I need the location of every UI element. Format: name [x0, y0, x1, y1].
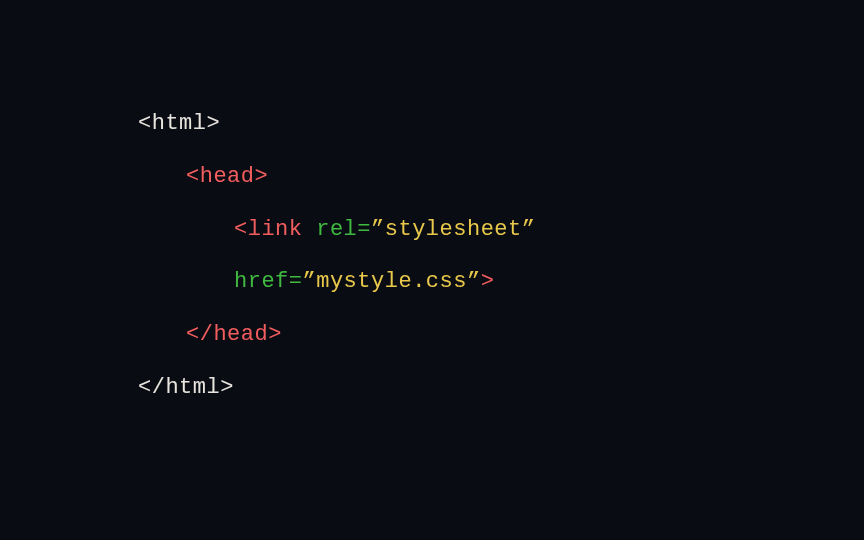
value-mystyle: ”mystyle.css” — [303, 269, 481, 294]
code-line-3: <link rel=”stylesheet” — [138, 204, 864, 257]
code-block: <html> <head> <link rel=”stylesheet” hre… — [0, 0, 864, 415]
bracket-close: > — [207, 111, 221, 136]
space — [303, 217, 317, 242]
tag-html-close: html — [165, 375, 220, 400]
bracket-open: < — [234, 217, 248, 242]
code-line-6: </html> — [138, 362, 864, 415]
bracket-open: < — [138, 111, 152, 136]
tag-html: html — [152, 111, 207, 136]
code-line-4: href=”mystyle.css”> — [138, 256, 864, 309]
attr-href: href — [234, 269, 289, 294]
tag-head: head — [200, 164, 255, 189]
tag-link: link — [248, 217, 303, 242]
value-stylesheet: ”stylesheet” — [371, 217, 535, 242]
bracket-open: < — [186, 164, 200, 189]
bracket-close: > — [220, 375, 234, 400]
equals: = — [289, 269, 303, 294]
bracket-close: > — [268, 322, 282, 347]
tag-head-close: head — [213, 322, 268, 347]
code-line-5: </head> — [138, 309, 864, 362]
code-line-1: <html> — [138, 98, 864, 151]
code-line-2: <head> — [138, 151, 864, 204]
attr-rel: rel — [316, 217, 357, 242]
bracket-close: > — [255, 164, 269, 189]
bracket-close: > — [481, 269, 495, 294]
bracket-open: </ — [186, 322, 213, 347]
bracket-open: </ — [138, 375, 165, 400]
equals: = — [357, 217, 371, 242]
